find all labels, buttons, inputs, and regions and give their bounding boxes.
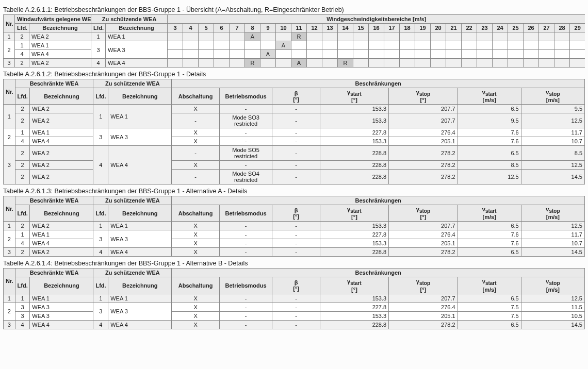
beta: - bbox=[272, 311, 320, 320]
row-nr: 2 bbox=[4, 230, 15, 248]
ws-col-13: 13 bbox=[322, 24, 338, 32]
col-bmod: Betriebsmodus bbox=[219, 88, 272, 105]
bez1: WEA 2 bbox=[29, 32, 91, 41]
betriebsmodus: - bbox=[219, 320, 272, 329]
ws-cell bbox=[415, 32, 431, 41]
ws-col-7: 7 bbox=[230, 24, 245, 32]
col-bez: Bezeichnung bbox=[108, 205, 172, 222]
ws-cell bbox=[230, 41, 245, 50]
abschaltung: X bbox=[172, 294, 219, 303]
ws-col-21: 21 bbox=[446, 24, 462, 32]
ws-cell bbox=[199, 50, 214, 59]
bez1: WEA 3 bbox=[30, 311, 93, 320]
ws-cell: A bbox=[291, 59, 307, 68]
ws-col-5: 5 bbox=[199, 24, 214, 32]
ws-cell bbox=[307, 50, 322, 59]
ws-col-23: 23 bbox=[477, 24, 493, 32]
ws-cell bbox=[431, 32, 446, 41]
ws-cell bbox=[260, 59, 276, 68]
ws-cell bbox=[570, 50, 585, 59]
val-vs: 7.5 bbox=[458, 303, 521, 311]
col-γstop: γstop[°] bbox=[389, 277, 458, 294]
ws-cell bbox=[322, 32, 338, 41]
ws-cell bbox=[462, 41, 477, 50]
row-nr: 3 bbox=[4, 320, 15, 329]
lfd1: 2 bbox=[15, 222, 30, 230]
val-vs: 6.5 bbox=[458, 248, 521, 257]
ws-cell bbox=[168, 50, 183, 59]
val-ge: 205.1 bbox=[389, 311, 458, 320]
abschaltung: X bbox=[172, 128, 219, 137]
table3-caption: Tabelle A.2.6.1.3: Betriebsbeschränkunge… bbox=[3, 188, 585, 195]
val-vs: 7.6 bbox=[458, 128, 521, 137]
ws-cell bbox=[199, 59, 214, 68]
ws-cell bbox=[199, 32, 214, 41]
ws-cell bbox=[245, 41, 260, 50]
col-nr: Nr. bbox=[4, 79, 15, 105]
bez1: WEA 1 bbox=[30, 230, 93, 239]
col-lfd: Lfd. Nr. bbox=[93, 277, 108, 294]
abschaltung: - bbox=[172, 113, 219, 128]
col-bez: Bezeichnung bbox=[29, 24, 91, 32]
ws-cell bbox=[524, 41, 539, 50]
val-gs: 228.8 bbox=[320, 161, 388, 170]
table2: Nr.Beschränkte WEAZu schützende WEABesch… bbox=[3, 79, 585, 184]
ws-cell bbox=[183, 59, 199, 68]
ws-cell bbox=[369, 32, 384, 41]
col-bez2: Bezeichnung bbox=[106, 24, 168, 32]
betriebsmodus: Mode SO4 restricted bbox=[219, 170, 272, 184]
val-gs: 228.8 bbox=[320, 170, 388, 184]
beta: - bbox=[272, 222, 320, 230]
abschaltung: X bbox=[172, 248, 219, 257]
col-γstop: γstop[°] bbox=[389, 205, 458, 222]
ws-cell bbox=[384, 50, 400, 59]
val-ge: 207.7 bbox=[389, 105, 458, 113]
col-beta: β[°] bbox=[272, 277, 320, 294]
ws-cell bbox=[230, 32, 245, 41]
ws-cell bbox=[338, 41, 353, 50]
beta: - bbox=[272, 239, 320, 248]
lfd1: 2 bbox=[15, 146, 30, 161]
col-absch: Abschaltung bbox=[172, 277, 219, 294]
ws-cell bbox=[493, 41, 508, 50]
ws-cell bbox=[369, 41, 384, 50]
col-bmod: Betriebsmodus bbox=[219, 205, 272, 222]
ws-cell bbox=[524, 59, 539, 68]
abschaltung: X bbox=[172, 239, 219, 248]
val-vs: 8.5 bbox=[458, 161, 521, 170]
row-nr: 3 bbox=[4, 146, 15, 184]
val-gs: 227.8 bbox=[320, 128, 388, 137]
lfd1: 3 bbox=[15, 311, 30, 320]
beta: - bbox=[272, 294, 320, 303]
ws-col-19: 19 bbox=[415, 24, 431, 32]
ws-col-18: 18 bbox=[400, 24, 415, 32]
betriebsmodus: - bbox=[219, 303, 272, 311]
ws-cell: A bbox=[260, 50, 276, 59]
bez2: WEA 1 bbox=[106, 32, 168, 41]
ws-cell bbox=[508, 59, 524, 68]
bez1: WEA 1 bbox=[29, 41, 91, 50]
ws-cell bbox=[493, 59, 508, 68]
beta: - bbox=[272, 303, 320, 311]
table2-caption: Tabelle A.2.6.1.2: Betriebsbeschränkunge… bbox=[3, 71, 585, 78]
beta: - bbox=[272, 105, 320, 113]
ws-cell bbox=[554, 41, 570, 50]
ws-cell bbox=[183, 32, 199, 41]
ws-cell bbox=[462, 32, 477, 41]
val-vs: 6.5 bbox=[458, 294, 521, 303]
ws-cell bbox=[508, 32, 524, 41]
bez1: WEA 1 bbox=[30, 294, 93, 303]
lfd2: 1 bbox=[93, 105, 108, 128]
val-ve: 11.7 bbox=[521, 128, 584, 137]
table4-caption: Tabelle A.2.6.1.4: Betriebsbeschränkunge… bbox=[3, 260, 585, 267]
val-ve: 14.5 bbox=[521, 320, 584, 329]
ws-cell bbox=[168, 59, 183, 68]
ws-cell bbox=[276, 59, 291, 68]
ws-cell bbox=[230, 50, 245, 59]
val-ge: 207.7 bbox=[389, 113, 458, 128]
beta: - bbox=[272, 320, 320, 329]
lfd1: 4 bbox=[15, 320, 30, 329]
ws-col-28: 28 bbox=[554, 24, 570, 32]
ws-cell: R bbox=[245, 59, 260, 68]
ws-cell: R bbox=[291, 32, 307, 41]
